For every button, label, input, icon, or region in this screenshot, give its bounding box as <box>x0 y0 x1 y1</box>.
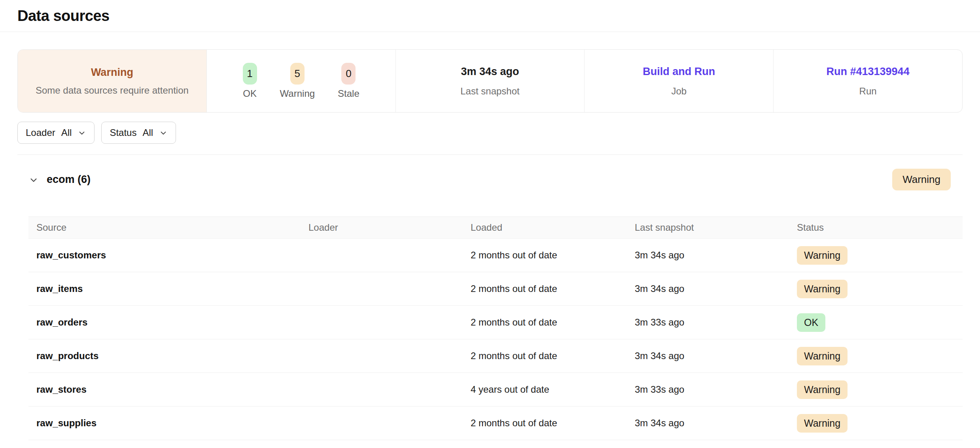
stat-stale-count: 0 <box>341 63 356 85</box>
stat-stale-label: Stale <box>338 88 359 99</box>
status-cell: Warning <box>797 380 963 399</box>
stat-warning-label: Warning <box>280 88 315 99</box>
status-cell: Warning <box>797 347 963 365</box>
group-name: ecom (6) <box>47 173 91 186</box>
table-row[interactable]: raw_orders2 months out of date3m 33s ago… <box>28 306 963 339</box>
status-cell: Warning <box>797 246 963 265</box>
status-cell: Warning <box>797 414 963 433</box>
job-section: Build and Run Job <box>585 50 774 112</box>
last-snapshot-cell: 3m 34s ago <box>635 418 797 429</box>
status-counts: 1 OK 5 Warning 0 Stale <box>243 63 359 99</box>
column-header-last-snapshot: Last snapshot <box>635 222 797 233</box>
loader-filter-dropdown[interactable]: Loader All <box>17 122 95 144</box>
table-header-row: SourceLoaderLoadedLast snapshotStatus <box>28 216 963 239</box>
overall-status-title: Warning <box>91 66 133 79</box>
loaded-cell: 4 years out of date <box>471 384 635 395</box>
last-snapshot-cell: 3m 33s ago <box>635 384 797 395</box>
table-row[interactable]: raw_customers2 months out of date3m 34s … <box>28 239 963 272</box>
last-snapshot-cell: 3m 34s ago <box>635 283 797 294</box>
loaded-cell: 2 months out of date <box>471 350 635 361</box>
page-header: Data sources <box>0 0 980 32</box>
status-filter-label: Status <box>110 127 136 138</box>
page-title: Data sources <box>17 8 110 24</box>
last-snapshot-value: 3m 34s ago <box>461 66 519 78</box>
last-snapshot-cell: 3m 34s ago <box>635 350 797 361</box>
run-label: Run <box>859 86 877 97</box>
data-sources-table: SourceLoaderLoadedLast snapshotStatus ra… <box>28 216 963 440</box>
group-status-badge: Warning <box>892 169 951 190</box>
status-badge: Warning <box>797 414 848 433</box>
chevron-down-icon <box>78 128 86 137</box>
job-link[interactable]: Build and Run <box>643 66 715 78</box>
last-snapshot-section: 3m 34s ago Last snapshot <box>396 50 585 112</box>
table-row[interactable]: raw_items2 months out of date3m 34s agoW… <box>28 272 963 306</box>
chevron-down-icon <box>159 128 168 137</box>
status-cell: OK <box>797 313 963 332</box>
stat-ok-label: OK <box>243 88 257 99</box>
stat-ok-count: 1 <box>243 63 257 85</box>
job-label: Job <box>671 86 687 97</box>
table-row[interactable]: raw_products2 months out of date3m 34s a… <box>28 339 963 373</box>
loaded-cell: 2 months out of date <box>471 283 635 294</box>
source-cell: raw_products <box>36 350 308 361</box>
summary-bar: Warning Some data sources require attent… <box>17 49 963 113</box>
column-header-status: Status <box>797 222 963 233</box>
source-cell: raw_supplies <box>36 418 308 429</box>
stat-ok: 1 OK <box>243 63 257 99</box>
collapse-chevron-icon[interactable] <box>28 175 39 185</box>
status-badge: Warning <box>797 280 848 298</box>
status-cell: Warning <box>797 280 963 298</box>
status-badge: Warning <box>797 347 848 365</box>
loaded-cell: 2 months out of date <box>471 250 635 261</box>
stat-warning-count: 5 <box>290 63 305 85</box>
stat-warning: 5 Warning <box>280 63 315 99</box>
loaded-cell: 2 months out of date <box>471 418 635 429</box>
status-counts-section: 1 OK 5 Warning 0 Stale <box>207 50 396 112</box>
table-row[interactable]: raw_supplies2 months out of date3m 34s a… <box>28 407 963 440</box>
last-snapshot-cell: 3m 34s ago <box>635 250 797 261</box>
overall-status-card: Warning Some data sources require attent… <box>18 50 207 112</box>
run-section: Run #413139944 Run <box>774 50 962 112</box>
column-header-loader: Loader <box>308 222 471 233</box>
loaded-cell: 2 months out of date <box>471 317 635 328</box>
last-snapshot-cell: 3m 33s ago <box>635 317 797 328</box>
last-snapshot-label: Last snapshot <box>460 86 519 97</box>
filter-bar: Loader All Status All <box>17 122 980 144</box>
status-filter-dropdown[interactable]: Status All <box>101 122 176 144</box>
source-cell: raw_stores <box>36 384 308 395</box>
loader-filter-value: All <box>61 127 72 138</box>
table-row[interactable]: raw_stores4 years out of date3m 33s agoW… <box>28 373 963 407</box>
status-badge: Warning <box>797 380 848 399</box>
source-cell: raw_customers <box>36 250 308 261</box>
overall-status-subtitle: Some data sources require attention <box>36 85 189 96</box>
status-filter-value: All <box>142 127 153 138</box>
group-header-ecom[interactable]: ecom (6) Warning <box>17 155 951 190</box>
column-header-source: Source <box>36 222 308 233</box>
loader-filter-label: Loader <box>26 127 55 138</box>
column-header-loaded: Loaded <box>471 222 635 233</box>
run-link[interactable]: Run #413139944 <box>827 66 910 78</box>
status-badge: OK <box>797 313 825 332</box>
table-body: raw_customers2 months out of date3m 34s … <box>28 239 963 440</box>
status-badge: Warning <box>797 246 848 265</box>
source-cell: raw_orders <box>36 317 308 328</box>
source-cell: raw_items <box>36 283 308 294</box>
stat-stale: 0 Stale <box>338 63 359 99</box>
